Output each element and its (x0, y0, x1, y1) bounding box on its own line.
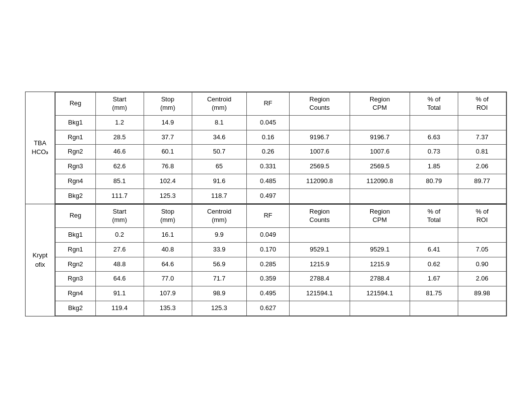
cell-start: 28.5 (95, 130, 144, 145)
cell-region_counts: 112090.8 (290, 174, 350, 189)
cell-centroid: 8.1 (192, 115, 247, 130)
cell-region_counts: 2569.5 (290, 159, 350, 174)
cell-stop: 102.4 (144, 174, 192, 189)
cell-stop: 64.6 (144, 257, 192, 272)
header-rf: RF (247, 205, 290, 228)
inner-table-0: RegStart(mm)Stop(mm)Centroid(mm)RFRegion… (55, 92, 506, 204)
cell-pct_total (410, 189, 458, 204)
cell-centroid: 125.3 (192, 301, 247, 316)
cell-region_counts (290, 301, 350, 316)
cell-pct_roi (458, 227, 506, 242)
table-row: Bkg10.216.19.90.049 (56, 227, 506, 242)
cell-rf: 0.485 (247, 174, 290, 189)
cell-pct_total (410, 227, 458, 242)
cell-centroid: 71.7 (192, 272, 247, 286)
inner-table-1: RegStart(mm)Stop(mm)Centroid(mm)RFRegion… (55, 204, 506, 316)
cell-region_cpm (350, 301, 410, 316)
header-pct_total: % ofTotal (410, 92, 458, 115)
cell-region_cpm: 121594.1 (350, 286, 410, 301)
cell-pct_roi: 0.90 (458, 257, 506, 272)
header-pct_roi: % ofROI (458, 92, 506, 115)
cell-rf: 0.627 (247, 301, 290, 316)
cell-pct_roi: 89.77 (458, 174, 506, 189)
header-stop: Stop(mm) (144, 205, 192, 228)
cell-reg: Bkg1 (56, 227, 96, 242)
cell-centroid: 91.6 (192, 174, 247, 189)
cell-stop: 107.9 (144, 286, 192, 301)
table-row: Rgn128.537.734.60.169196.79196.76.637.37 (56, 130, 506, 145)
header-reg: Reg (56, 205, 96, 228)
cell-pct_total: 1.67 (410, 272, 458, 286)
table-row: Rgn246.660.150.70.261007.61007.60.730.81 (56, 145, 506, 159)
cell-reg: Rgn4 (56, 174, 96, 189)
cell-reg: Rgn2 (56, 257, 96, 272)
cell-region_counts: 1215.9 (290, 257, 350, 272)
cell-reg: Bkg2 (56, 189, 96, 204)
header-region_counts: RegionCounts (290, 205, 350, 228)
cell-reg: Rgn2 (56, 145, 96, 159)
header-start: Start(mm) (95, 92, 144, 115)
cell-start: 0.2 (95, 227, 144, 242)
cell-start: 27.6 (95, 242, 144, 257)
cell-region_counts: 9529.1 (290, 242, 350, 257)
cell-start: 46.6 (95, 145, 144, 159)
header-region_cpm: RegionCPM (350, 92, 410, 115)
table-row: Rgn127.640.833.90.1709529.19529.16.417.0… (56, 242, 506, 257)
header-pct_roi: % ofROI (458, 205, 506, 228)
table-row: Rgn364.677.071.70.3592788.42788.41.672.0… (56, 272, 506, 286)
cell-rf: 0.16 (247, 130, 290, 145)
cell-stop: 135.3 (144, 301, 192, 316)
cell-reg: Bkg1 (56, 115, 96, 130)
header-rf: RF (247, 92, 290, 115)
cell-reg: Rgn3 (56, 272, 96, 286)
cell-rf: 0.285 (247, 257, 290, 272)
cell-region_cpm (350, 189, 410, 204)
table-row: Rgn491.1107.998.90.495121594.1121594.181… (56, 286, 506, 301)
cell-rf: 0.495 (247, 286, 290, 301)
cell-pct_roi (458, 301, 506, 316)
cell-region_cpm: 1215.9 (350, 257, 410, 272)
cell-pct_total: 80.79 (410, 174, 458, 189)
table-row: Rgn485.1102.491.60.485112090.8112090.880… (56, 174, 506, 189)
header-reg: Reg (56, 92, 96, 115)
main-table: TBAHCO₃RegStart(mm)Stop(mm)Centroid(mm)R… (25, 92, 507, 316)
table-row: Bkg2111.7125.3118.70.497 (56, 189, 506, 204)
cell-pct_roi: 89.98 (458, 286, 506, 301)
cell-pct_roi: 0.81 (458, 145, 506, 159)
cell-pct_roi (458, 189, 506, 204)
cell-region_cpm (350, 115, 410, 130)
table-row: Bkg2119.4135.3125.30.627 (56, 301, 506, 316)
cell-centroid: 34.6 (192, 130, 247, 145)
cell-reg: Rgn4 (56, 286, 96, 301)
cell-rf: 0.26 (247, 145, 290, 159)
cell-pct_total: 0.62 (410, 257, 458, 272)
cell-region_cpm: 2788.4 (350, 272, 410, 286)
cell-stop: 14.9 (144, 115, 192, 130)
cell-rf: 0.170 (247, 242, 290, 257)
header-centroid: Centroid(mm) (192, 205, 247, 228)
cell-rf: 0.045 (247, 115, 290, 130)
cell-start: 48.8 (95, 257, 144, 272)
cell-start: 64.6 (95, 272, 144, 286)
cell-reg: Rgn3 (56, 159, 96, 174)
section-label-1: Kryptofix (26, 204, 55, 316)
table-row: Bkg11.214.98.10.045 (56, 115, 506, 130)
cell-pct_roi: 7.05 (458, 242, 506, 257)
cell-pct_total: 0.73 (410, 145, 458, 159)
cell-region_counts: 1007.6 (290, 145, 350, 159)
cell-stop: 76.8 (144, 159, 192, 174)
cell-reg: Rgn1 (56, 130, 96, 145)
cell-stop: 77.0 (144, 272, 192, 286)
cell-centroid: 98.9 (192, 286, 247, 301)
header-start: Start(mm) (95, 205, 144, 228)
cell-start: 91.1 (95, 286, 144, 301)
cell-pct_total: 6.63 (410, 130, 458, 145)
cell-pct_total (410, 115, 458, 130)
cell-centroid: 56.9 (192, 257, 247, 272)
cell-start: 85.1 (95, 174, 144, 189)
section-content-0: RegStart(mm)Stop(mm)Centroid(mm)RFRegion… (55, 92, 507, 204)
cell-region_counts (290, 115, 350, 130)
cell-reg: Rgn1 (56, 242, 96, 257)
header-region_cpm: RegionCPM (350, 205, 410, 228)
cell-pct_roi: 7.37 (458, 130, 506, 145)
